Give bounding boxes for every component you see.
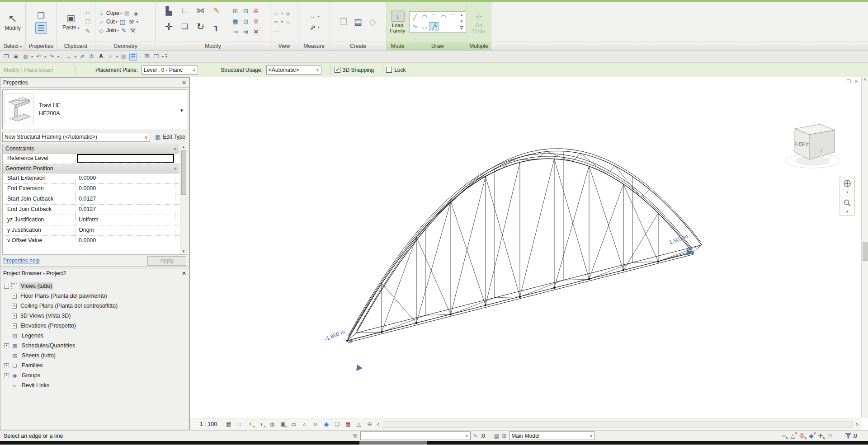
tag-by-category-icon[interactable]: ① bbox=[88, 53, 95, 61]
close-icon[interactable]: ✕ bbox=[182, 270, 186, 276]
pick-lines-tool-selected[interactable]: ╱↖ bbox=[429, 22, 439, 31]
reference-level-input[interactable] bbox=[77, 154, 174, 163]
draw-line-icon[interactable]: ╱ bbox=[410, 13, 420, 22]
customize-qat-icon[interactable]: ▾ bbox=[165, 54, 167, 59]
draw-arc-center-icon[interactable]: ⌒ bbox=[429, 13, 439, 22]
drawing-area[interactable]: — ❐ ✕ bbox=[190, 77, 868, 430]
scroll-down-icon[interactable]: ▼ bbox=[182, 249, 185, 253]
gallery-expand-icon[interactable]: ▼ bbox=[460, 26, 463, 31]
join-element-icon[interactable]: ▦ bbox=[123, 9, 131, 17]
expand-expander-icon[interactable]: + bbox=[12, 323, 17, 328]
apply-button[interactable]: Apply bbox=[147, 256, 186, 266]
mirror-pick-axis-icon[interactable]: ⋈ bbox=[196, 6, 205, 15]
filter-icon[interactable] bbox=[845, 433, 851, 439]
expand-expander-icon[interactable]: + bbox=[4, 373, 9, 378]
trim-extend-multiple-icon[interactable]: ⇉ bbox=[241, 27, 250, 36]
copy-icon[interactable]: ❏ bbox=[180, 22, 189, 31]
scroll-up-icon[interactable]: ▲ bbox=[182, 145, 185, 149]
modify-button[interactable]: ↖ Modify bbox=[2, 12, 23, 32]
detail-level-icon[interactable]: ▦ bbox=[225, 421, 232, 428]
load-family-button[interactable]: ↓ bbox=[391, 10, 405, 22]
tree-item-views[interactable]: − Views (tutto) bbox=[1, 281, 188, 291]
cut-geometry-icon[interactable]: ○ bbox=[97, 18, 105, 26]
type-selector[interactable]: Travi HE HE200A ▼ bbox=[2, 89, 187, 129]
expand-expander-icon[interactable]: + bbox=[12, 294, 17, 299]
scroll-left-icon[interactable]: < bbox=[377, 422, 379, 427]
lightbulb-icon[interactable]: ☼ bbox=[272, 9, 280, 17]
sun-path-icon[interactable]: ☀ bbox=[246, 421, 254, 428]
tree-item-schedules[interactable]: + ▦ Schedules/Quantities bbox=[1, 341, 188, 351]
viewcube[interactable]: LEFT NT bbox=[782, 118, 845, 172]
rendering-dialog-icon[interactable]: ◍ bbox=[268, 421, 276, 428]
properties-help-link[interactable]: Properties help bbox=[3, 258, 40, 264]
panel-label-select[interactable]: Select ▾ bbox=[0, 42, 25, 50]
select-by-face-toggle[interactable]: ◆✕ bbox=[809, 432, 813, 439]
default-3d-view-icon[interactable]: ⌂ bbox=[107, 53, 114, 61]
demolish-icon[interactable]: ⚒ bbox=[127, 18, 136, 26]
measure-icon[interactable]: ↔ bbox=[65, 53, 73, 61]
displace-elements-icon[interactable]: ▦ bbox=[344, 421, 352, 428]
thin-lines-icon[interactable]: ≡ bbox=[284, 18, 292, 26]
unpin-icon[interactable]: ✇ bbox=[252, 6, 261, 15]
select-pinned-toggle[interactable]: ✇↖ bbox=[800, 432, 805, 439]
expand-expander-icon[interactable]: + bbox=[12, 304, 17, 309]
rotate-icon[interactable]: ↻ bbox=[196, 22, 205, 31]
draw-arc-3point-icon[interactable]: ◠ bbox=[420, 13, 429, 22]
trim-extend-single-icon[interactable]: ⇥ bbox=[231, 27, 240, 36]
aligned-dimension-icon[interactable]: ⇗ bbox=[308, 23, 316, 31]
viewcube-side-face[interactable] bbox=[809, 130, 835, 159]
collapse-expander-icon[interactable]: − bbox=[4, 284, 9, 289]
tree-item-ceiling-plans[interactable]: + Ceiling Plans (Pianta del controsoffit… bbox=[1, 301, 188, 311]
close-hidden-windows-icon[interactable]: ☒ bbox=[143, 53, 151, 61]
select-links-toggle[interactable]: ∞↖ bbox=[782, 432, 786, 439]
draw-fillet-arc-icon[interactable]: ◠ bbox=[439, 13, 448, 22]
vertical-scrollbar[interactable]: ∧ bbox=[861, 77, 868, 418]
text-icon[interactable]: A bbox=[97, 53, 105, 61]
property-value[interactable]: 0.0000 bbox=[76, 184, 175, 194]
scroll-down-icon[interactable]: ▼ bbox=[460, 19, 463, 23]
collapse-icon[interactable]: » bbox=[173, 147, 178, 150]
scroll-up-icon[interactable]: ∧ bbox=[863, 77, 866, 81]
crop-view-icon[interactable]: ▣ bbox=[279, 421, 287, 428]
wall-joins-icon[interactable]: ◫ bbox=[118, 18, 127, 26]
join-geometry-icon[interactable]: ◇ bbox=[97, 26, 105, 34]
scrollbar-thumb[interactable] bbox=[181, 150, 186, 195]
tree-item-groups[interactable]: + ◉ Groups bbox=[1, 370, 188, 380]
zoom-icon[interactable] bbox=[841, 197, 853, 208]
property-value[interactable]: 0.0127 bbox=[76, 194, 175, 204]
move-icon[interactable]: ✛ bbox=[165, 22, 174, 31]
edit-type-button[interactable]: ▦Edit Type bbox=[153, 132, 187, 141]
close-icon[interactable]: ✕ bbox=[182, 80, 186, 86]
linework-icon[interactable]: ✒ bbox=[272, 18, 280, 26]
switch-windows-icon[interactable]: ❐ bbox=[152, 53, 160, 61]
checkbox-checked[interactable] bbox=[335, 67, 340, 73]
array-icon[interactable]: ▦ bbox=[231, 17, 240, 26]
structural-usage-dropdown[interactable]: <Automatic>∨ bbox=[266, 66, 321, 75]
tree-item-floor-plans[interactable]: + Floor Plans (Pianta del pavimento) bbox=[1, 291, 188, 301]
group-header-geometric-position[interactable]: Geometric Position» bbox=[3, 164, 179, 173]
split-element-icon[interactable]: ⊞ bbox=[231, 6, 240, 15]
expand-expander-icon[interactable]: + bbox=[4, 363, 9, 368]
group-header-constraints[interactable]: Constraints» bbox=[3, 144, 179, 154]
design-options-dropdown[interactable]: Main Model∨ bbox=[509, 431, 595, 440]
save-icon[interactable]: ▣ bbox=[12, 53, 20, 61]
expand-expander-icon[interactable]: + bbox=[4, 343, 9, 348]
horizontal-scrollbar-track[interactable] bbox=[383, 421, 853, 428]
expand-expander-icon[interactable]: + bbox=[12, 314, 17, 319]
hammer-icon[interactable]: ⚒ bbox=[129, 26, 137, 34]
scroll-right-icon[interactable]: > bbox=[856, 422, 859, 427]
properties-toggle-button[interactable]: ☰ bbox=[35, 22, 47, 34]
visual-style-icon[interactable]: □ bbox=[236, 421, 243, 428]
sync-icon[interactable]: ◍ bbox=[22, 53, 29, 61]
shadows-icon[interactable]: ◑ bbox=[257, 421, 265, 428]
analytical-model-icon[interactable]: △ bbox=[355, 421, 363, 428]
copy-clipboard-icon[interactable]: ❐ bbox=[84, 18, 92, 26]
property-value[interactable]: 0.0000 bbox=[76, 173, 175, 183]
scroll-up-icon[interactable]: ▲ bbox=[460, 13, 463, 17]
temporary-hide-isolate-icon[interactable]: ◉ bbox=[322, 421, 330, 428]
trim-extend-corner-icon[interactable]: ┓ bbox=[212, 22, 221, 31]
offset-icon[interactable]: ∟ bbox=[180, 6, 189, 15]
tree-item-legends[interactable]: ▤ Legends bbox=[1, 331, 188, 341]
scrollbar-thumb[interactable] bbox=[863, 242, 868, 261]
truss-model[interactable]: -1.850 m 1.501 m bbox=[190, 77, 861, 418]
